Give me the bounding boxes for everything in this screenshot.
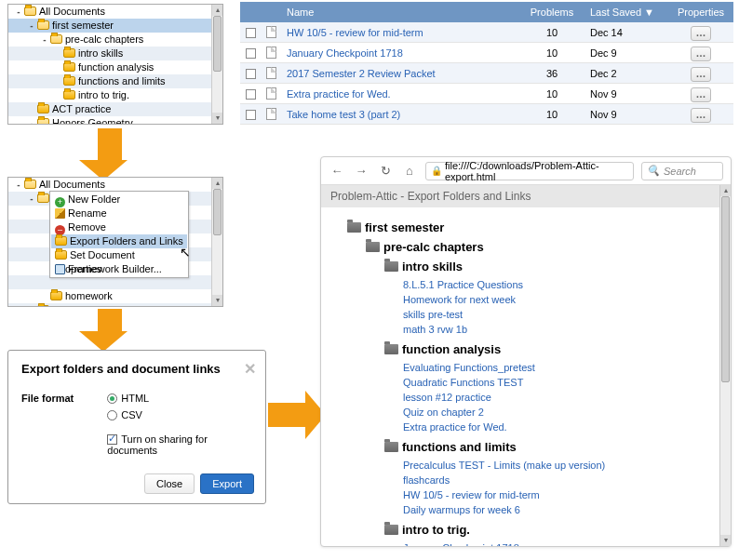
- properties-button[interactable]: …: [691, 47, 711, 61]
- col-problems[interactable]: Problems: [519, 2, 584, 22]
- toggle-icon[interactable]: -: [14, 5, 23, 19]
- tree-item[interactable]: intro skills: [8, 47, 211, 60]
- tree-item-label: AP Stats: [52, 304, 92, 306]
- doc-name[interactable]: Extra practice for Wed.: [281, 84, 519, 103]
- scrollbar[interactable]: ▴ ▾: [719, 185, 731, 546]
- doc-problems: 10: [519, 43, 584, 62]
- close-icon[interactable]: ✕: [244, 360, 256, 378]
- doc-problems: 10: [519, 22, 584, 42]
- tree-item[interactable]: function analysis: [8, 60, 211, 74]
- col-properties[interactable]: Properties: [668, 2, 733, 22]
- scroll-thumb[interactable]: [213, 189, 222, 235]
- properties-button[interactable]: …: [691, 67, 711, 82]
- scroll-up-icon[interactable]: ▴: [212, 5, 222, 16]
- home-icon[interactable]: ⌂: [401, 163, 418, 180]
- doc-name[interactable]: Take home test 3 (part 2): [281, 104, 519, 124]
- scroll-down-icon[interactable]: ▾: [212, 295, 222, 306]
- menu-item[interactable]: Set Document Properties: [51, 248, 187, 262]
- scroll-up-icon[interactable]: ▴: [720, 185, 731, 196]
- menu-item[interactable]: +New Folder: [51, 193, 187, 207]
- properties-button[interactable]: …: [691, 26, 711, 41]
- search-box[interactable]: 🔍 Search: [641, 162, 723, 180]
- toggle-icon[interactable]: -: [40, 33, 49, 47]
- menu-item[interactable]: Framework Builder...: [51, 262, 187, 276]
- scroll-thumb[interactable]: [213, 16, 222, 72]
- doc-name[interactable]: January Checkpoint 1718: [281, 43, 519, 62]
- tree-item[interactable]: functions and limits: [8, 74, 211, 88]
- scrollbar[interactable]: ▴ ▾: [211, 5, 222, 124]
- table-row[interactable]: 2017 Semester 2 Review Packet36Dec 2…: [240, 63, 733, 84]
- properties-button[interactable]: …: [691, 87, 711, 102]
- search-icon: 🔍: [647, 165, 660, 177]
- tree-item[interactable]: AP Stats: [8, 303, 211, 306]
- tree-item[interactable]: intro to trig.: [8, 88, 211, 102]
- doc-name[interactable]: HW 10/5 - review for mid-term: [281, 22, 519, 42]
- document-link[interactable]: Precalculus TEST - Limits (make up versi…: [403, 458, 706, 473]
- document-link[interactable]: Extra practice for Wed.: [403, 420, 706, 434]
- doc-saved: Nov 9: [584, 84, 668, 103]
- menu-item[interactable]: –Remove: [51, 220, 187, 234]
- checkbox[interactable]: [246, 48, 256, 59]
- export-dialog: ✕ Export folders and document links File…: [7, 350, 266, 504]
- toggle-icon[interactable]: -: [14, 178, 23, 192]
- document-link[interactable]: Evaluating Functions_pretest: [403, 360, 706, 375]
- back-icon[interactable]: ←: [329, 163, 345, 180]
- document-link[interactable]: flashcards: [403, 473, 706, 487]
- checkbox[interactable]: [246, 69, 256, 79]
- document-link[interactable]: Daily warmups for week 6: [403, 502, 706, 517]
- document-link[interactable]: math 3 rvw 1b: [403, 322, 706, 337]
- tree-item[interactable]: -Honors Geometry: [8, 116, 211, 124]
- document-link[interactable]: skills pre-test: [403, 307, 706, 322]
- tree-item-label: function analysis: [78, 61, 154, 73]
- document-link[interactable]: January Checkpoint 1718: [403, 540, 706, 546]
- properties-button[interactable]: …: [691, 108, 711, 123]
- scroll-down-icon[interactable]: ▾: [720, 535, 731, 546]
- document-link[interactable]: lesson #12 practice: [403, 390, 706, 405]
- col-name[interactable]: Name: [281, 2, 519, 22]
- flow-arrow-icon: [91, 128, 128, 180]
- tree-item[interactable]: homework: [8, 289, 211, 303]
- checkbox[interactable]: [246, 110, 256, 120]
- reload-icon[interactable]: ↻: [377, 163, 394, 180]
- document-link[interactable]: Quiz on chapter 2: [403, 405, 706, 420]
- table-row[interactable]: HW 10/5 - review for mid-term10Dec 14…: [240, 22, 733, 43]
- doc-saved: Dec 14: [584, 22, 668, 42]
- table-row[interactable]: Extra practice for Wed.10Nov 9…: [240, 84, 733, 104]
- doc-name[interactable]: 2017 Semester 2 Review Packet: [281, 63, 519, 83]
- document-link[interactable]: Quadratic Functions TEST: [403, 375, 706, 390]
- scrollbar[interactable]: ▴ ▾: [211, 178, 222, 306]
- export-button[interactable]: Export: [200, 473, 254, 494]
- url-text: file:///C:/downloads/Problem-Attic-expor…: [445, 160, 628, 182]
- document-link[interactable]: 8.L.5.1 Practice Questions: [403, 277, 706, 292]
- checkbox[interactable]: [246, 28, 256, 38]
- tree-item[interactable]: -pre-calc chapters: [8, 33, 211, 47]
- tree-item[interactable]: -All Documents: [8, 5, 211, 19]
- toggle-icon[interactable]: -: [27, 192, 36, 206]
- tree-item[interactable]: -first semester: [8, 19, 211, 33]
- forward-icon[interactable]: →: [353, 163, 370, 180]
- folder-heading: function analysis: [384, 342, 706, 356]
- framework-icon: [55, 264, 65, 274]
- scroll-thumb[interactable]: [721, 196, 730, 382]
- scroll-down-icon[interactable]: ▾: [212, 113, 222, 124]
- menu-item-label: Export Folders and Links: [70, 235, 183, 247]
- folder-open-icon: [384, 442, 398, 452]
- document-link[interactable]: Homework for next week: [403, 292, 706, 307]
- toggle-icon[interactable]: -: [27, 116, 36, 124]
- toggle-icon[interactable]: -: [27, 19, 36, 33]
- radio-html[interactable]: HTML: [107, 393, 252, 404]
- col-last-saved[interactable]: Last Saved ▼: [584, 2, 668, 22]
- menu-item[interactable]: Export Folders and Links: [51, 234, 187, 248]
- scroll-up-icon[interactable]: ▴: [212, 178, 222, 189]
- checkbox-sharing[interactable]: Turn on sharing for documents: [107, 433, 252, 456]
- document-link[interactable]: HW 10/5 - review for mid-term: [403, 487, 706, 502]
- table-row[interactable]: January Checkpoint 171810Dec 9…: [240, 43, 733, 63]
- checkbox[interactable]: [246, 89, 256, 100]
- radio-csv[interactable]: CSV: [107, 409, 252, 420]
- tree-item[interactable]: -All Documents: [8, 178, 211, 192]
- table-row[interactable]: Take home test 3 (part 2)10Nov 9…: [240, 104, 733, 125]
- address-bar[interactable]: 🔒 file:///C:/downloads/Problem-Attic-exp…: [425, 162, 634, 180]
- menu-item[interactable]: Rename: [51, 207, 187, 220]
- tree-item[interactable]: ACT practice: [8, 102, 211, 116]
- close-button[interactable]: Close: [144, 473, 195, 494]
